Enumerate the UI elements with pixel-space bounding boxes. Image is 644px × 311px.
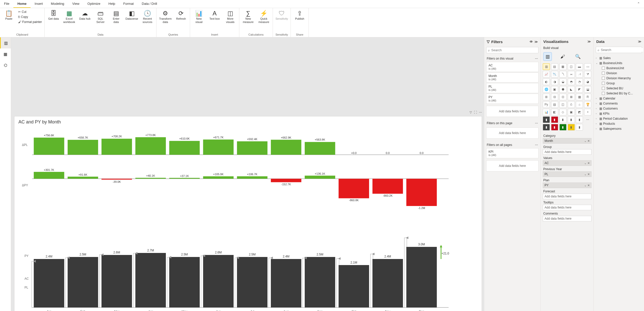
- viz-custom-cell[interactable]: ▮: [576, 116, 583, 123]
- viz-type-cell[interactable]: ▥: [543, 63, 550, 70]
- viz-type-cell[interactable]: ◐: [543, 79, 550, 85]
- remove-field-icon[interactable]: ✕: [587, 139, 590, 143]
- chevron-down-icon[interactable]: ⌄: [584, 139, 586, 143]
- filters-search[interactable]: ⌕: [486, 47, 538, 53]
- viz-type-cell[interactable]: 📈: [543, 71, 550, 77]
- field-checkbox[interactable]: [602, 67, 605, 70]
- well-tooltips[interactable]: Add data fields here: [543, 205, 591, 210]
- viz-custom-cell[interactable]: ▮: [568, 124, 575, 131]
- remove-field-icon[interactable]: ✕: [587, 173, 590, 176]
- viz-custom-cell[interactable]: ▮: [543, 116, 550, 123]
- sensitivity-button[interactable]: 🛡Sensitivity: [274, 9, 289, 21]
- filter-card[interactable]: KPIis (All): [486, 148, 538, 158]
- transform-data-button[interactable]: ⚙Transform data: [158, 9, 173, 25]
- hide-filters-icon[interactable]: 👁: [530, 40, 533, 44]
- viz-type-cell[interactable]: ⬢: [559, 86, 566, 93]
- add-all-filter-zone[interactable]: Add data fields here: [486, 160, 538, 171]
- text-box-button[interactable]: AText box: [207, 9, 222, 21]
- viz-type-cell[interactable]: ▭: [584, 63, 591, 70]
- field-row[interactable]: Division Hierarchy: [601, 76, 643, 81]
- recent-sources-button[interactable]: 🕓Recent sources: [140, 9, 155, 25]
- viz-type-cell[interactable]: ▣: [568, 109, 575, 115]
- viz-type-cell[interactable]: ▣: [551, 86, 558, 93]
- tab-file[interactable]: File: [0, 0, 13, 8]
- remove-field-icon[interactable]: ✕: [587, 184, 590, 187]
- dataverse-button[interactable]: ◧Dataverse: [124, 9, 139, 21]
- field-row[interactable]: Selected BU by C...: [601, 91, 643, 96]
- viz-type-cell[interactable]: ⊡: [559, 94, 566, 100]
- data-search[interactable]: ⌕: [596, 47, 642, 53]
- tab-format[interactable]: Format: [119, 0, 138, 8]
- visual-focus-icon[interactable]: ⛶: [474, 111, 477, 114]
- tab-home[interactable]: Home: [13, 0, 31, 8]
- viz-type-cell[interactable]: +: [584, 109, 591, 115]
- viz-type-cell[interactable]: ⩘: [576, 71, 583, 77]
- table-row[interactable]: ›▦KPIs: [595, 111, 643, 116]
- tab-modeling[interactable]: Modeling: [47, 0, 68, 8]
- data-search-input[interactable]: [601, 48, 643, 52]
- viz-type-cell[interactable]: ▤: [551, 63, 558, 70]
- viz-type-cell[interactable]: ◒: [559, 79, 566, 85]
- refresh-button[interactable]: ⟳Refresh: [174, 9, 188, 21]
- build-visual-tab[interactable]: ▥: [543, 52, 552, 61]
- viz-type-cell[interactable]: ⊠: [568, 94, 575, 100]
- viz-type-cell[interactable]: ◕: [584, 79, 591, 85]
- filters-search-input[interactable]: [491, 48, 537, 52]
- viz-type-cell[interactable]: ⎙: [568, 101, 575, 108]
- excel-workbook-button[interactable]: ▦Excel workbook: [62, 9, 76, 25]
- viz-type-cell[interactable]: 〽: [559, 71, 566, 77]
- enter-data-button[interactable]: ▤Enter data: [109, 9, 123, 25]
- remove-field-icon[interactable]: ✕: [587, 162, 590, 165]
- filter-card[interactable]: Monthis (All): [486, 72, 538, 83]
- viz-type-cell[interactable]: ⬓: [584, 86, 591, 93]
- sql-server-button[interactable]: 🗃SQL Server: [93, 9, 108, 25]
- well-prev-year[interactable]: PL⌄✕: [543, 171, 591, 177]
- viz-type-cell[interactable]: ◣: [568, 86, 575, 93]
- data-hub-button[interactable]: ☁Data hub: [78, 9, 92, 21]
- viz-type-cell[interactable]: ⧩: [584, 71, 591, 77]
- well-plan[interactable]: PY⌄✕: [543, 183, 591, 188]
- format-painter-button[interactable]: 🖌Format painter: [17, 20, 43, 24]
- viz-type-cell[interactable]: ◫: [568, 63, 575, 70]
- field-checkbox[interactable]: [602, 92, 605, 95]
- viz-type-cell[interactable]: ▦: [559, 63, 566, 70]
- report-view-button[interactable]: ▥: [0, 37, 11, 48]
- visual-filter-icon[interactable]: ▽: [470, 111, 472, 114]
- viz-custom-cell[interactable]: ▮: [551, 124, 558, 131]
- tab-view[interactable]: View: [68, 0, 83, 8]
- viz-type-cell[interactable]: ⊞: [543, 94, 550, 100]
- filters-all-more[interactable]: ⋯: [535, 143, 538, 147]
- filters-page-more[interactable]: ⋯: [535, 121, 538, 125]
- well-group[interactable]: Add data fields here: [543, 149, 591, 155]
- format-visual-tab[interactable]: 🖌: [558, 52, 567, 61]
- well-values[interactable]: AC⌄✕: [543, 160, 591, 166]
- add-visual-filter-zone[interactable]: Add data fields here: [486, 106, 538, 117]
- more-visuals-button[interactable]: ◫More visuals: [223, 9, 238, 25]
- field-checkbox[interactable]: [602, 82, 605, 85]
- viz-custom-cell[interactable]: ⋯: [584, 116, 591, 123]
- expand-viz-icon[interactable]: ≫: [587, 40, 591, 43]
- viz-type-cell[interactable]: ▬: [576, 63, 583, 70]
- viz-type-cell[interactable]: ⌂: [576, 101, 583, 108]
- viz-type-cell[interactable]: ◑: [551, 79, 558, 85]
- add-page-filter-zone[interactable]: Add data fields here: [486, 127, 538, 139]
- expand-filters-icon[interactable]: ≫: [534, 40, 538, 44]
- filter-card[interactable]: PLis (All): [486, 83, 538, 93]
- chevron-down-icon[interactable]: ⌄: [584, 184, 586, 187]
- tab-optimize[interactable]: Optimize: [83, 0, 104, 8]
- collapse-ribbon-button[interactable]: ⌃: [633, 0, 644, 8]
- analytics-tab[interactable]: 🔍: [574, 52, 582, 61]
- field-row[interactable]: Selected BU: [601, 86, 643, 91]
- get-data-button[interactable]: 🗄Get data: [46, 9, 61, 21]
- table-row[interactable]: ›▦Sales: [595, 56, 643, 61]
- paste-button[interactable]: 📋Paste: [2, 9, 16, 21]
- viz-type-cell[interactable]: Py: [543, 101, 550, 108]
- tab-data-drill[interactable]: Data / Drill: [138, 0, 161, 8]
- table-row[interactable]: ⌄▦BusinessUnits: [595, 61, 643, 66]
- filter-card[interactable]: ACis (All): [486, 62, 538, 72]
- viz-type-cell[interactable]: 📉: [551, 71, 558, 77]
- table-row[interactable]: ›▦Period Calculation: [595, 116, 643, 121]
- viz-type-cell[interactable]: ◇: [559, 109, 566, 115]
- viz-type-cell[interactable]: 🌐: [543, 86, 550, 93]
- chart-visual[interactable]: AC and PY by Month ΔPL+756.6K+658.7K+708…: [14, 116, 482, 311]
